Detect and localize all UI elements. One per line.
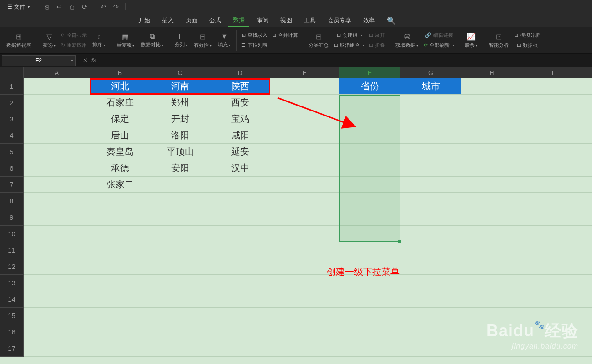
cell-F17[interactable] [339, 340, 400, 357]
ribbon-dropdown-button[interactable]: ☰下拉列表 [239, 40, 269, 51]
row-header-5[interactable]: 5 [0, 144, 24, 160]
cell-C5[interactable]: 平顶山 [150, 144, 210, 160]
cell-I9[interactable] [522, 209, 583, 226]
cell-B12[interactable] [90, 258, 150, 275]
cell-C12[interactable] [150, 258, 210, 275]
row-header-7[interactable]: 7 [0, 177, 24, 193]
cell-H8[interactable] [461, 193, 522, 209]
cell-B17[interactable] [90, 340, 150, 357]
cell-G9[interactable] [400, 209, 461, 226]
cell-C11[interactable] [150, 242, 210, 258]
ribbon-whatif-button[interactable]: ⊞模拟分析 [512, 30, 542, 40]
cell-D1[interactable]: 陕西 [210, 78, 270, 95]
cell-A7[interactable] [24, 177, 90, 193]
cell-A9[interactable] [24, 209, 90, 226]
cell-B14[interactable] [90, 291, 150, 308]
cell-I17[interactable] [522, 340, 583, 357]
cell-F15[interactable] [339, 308, 400, 324]
cell-J11[interactable] [583, 242, 592, 258]
qat-redo-icon[interactable]: ↷ [111, 1, 121, 12]
col-header-G[interactable]: G [400, 67, 461, 78]
ribbon-check-button[interactable]: ⊡数据校 [512, 40, 542, 51]
cell-B13[interactable] [90, 275, 150, 291]
cell-I2[interactable] [522, 95, 583, 111]
cell-F9[interactable] [339, 209, 400, 226]
ribbon-group-button[interactable]: ⊞创建组▾ [332, 30, 366, 40]
cell-I15[interactable] [522, 308, 583, 324]
cell-G5[interactable] [400, 144, 461, 160]
cell-G4[interactable] [400, 127, 461, 144]
qat-save-icon[interactable]: ⎘ [41, 1, 52, 12]
cell-H2[interactable] [461, 95, 522, 111]
ribbon-editlink-button[interactable]: 🔗编辑链接 [422, 30, 456, 40]
cell-G16[interactable] [400, 324, 461, 340]
row-header-6[interactable]: 6 [0, 160, 24, 177]
cell-I7[interactable] [522, 177, 583, 193]
cell-E14[interactable] [270, 291, 339, 308]
col-header-D[interactable]: D [210, 67, 270, 78]
cell-H9[interactable] [461, 209, 522, 226]
cell-J4[interactable] [583, 127, 592, 144]
cell-C14[interactable] [150, 291, 210, 308]
ribbon-sort-button[interactable]: ↕排序▾ [90, 30, 108, 51]
cell-J3[interactable] [583, 111, 592, 127]
cell-A8[interactable] [24, 193, 90, 209]
cell-F8[interactable] [339, 193, 400, 209]
cell-H3[interactable] [461, 111, 522, 127]
cell-C17[interactable] [150, 340, 210, 357]
cell-E6[interactable] [270, 160, 339, 177]
cell-D7[interactable] [210, 177, 270, 193]
cell-D3[interactable]: 宝鸡 [210, 111, 270, 127]
cell-I8[interactable] [522, 193, 583, 209]
col-header-J[interactable] [583, 67, 592, 78]
row-header-12[interactable]: 12 [0, 258, 24, 275]
cell-I4[interactable] [522, 127, 583, 144]
cell-A1[interactable] [24, 78, 90, 95]
cell-D9[interactable] [210, 209, 270, 226]
ribbon-compare-button[interactable]: ⧉数据对比▾ [138, 30, 166, 51]
row-header-16[interactable]: 16 [0, 324, 24, 340]
menu-member[interactable]: 会员专享 [323, 15, 356, 26]
cell-F10[interactable] [339, 226, 400, 242]
cell-I5[interactable] [522, 144, 583, 160]
cell-D10[interactable] [210, 226, 270, 242]
select-all-corner[interactable] [0, 67, 24, 78]
cell-D13[interactable] [210, 275, 270, 291]
cell-F11[interactable] [339, 242, 400, 258]
ribbon-reapply-button[interactable]: ↻重新应用 [59, 40, 89, 51]
cell-F3[interactable] [339, 111, 400, 127]
cell-C9[interactable] [150, 209, 210, 226]
cell-G11[interactable] [400, 242, 461, 258]
row-header-4[interactable]: 4 [0, 127, 24, 144]
menu-start[interactable]: 开始 [134, 15, 155, 26]
cell-J1[interactable] [583, 78, 592, 95]
cell-F7[interactable] [339, 177, 400, 193]
cell-G3[interactable] [400, 111, 461, 127]
col-header-E[interactable]: E [270, 67, 339, 78]
cell-B11[interactable] [90, 242, 150, 258]
cell-J17[interactable] [583, 340, 592, 357]
ribbon-filter-button[interactable]: ▽筛选▾ [40, 30, 58, 51]
cell-B1[interactable]: 河北 [90, 78, 150, 95]
cell-A11[interactable] [24, 242, 90, 258]
cell-H14[interactable] [461, 291, 522, 308]
search-icon[interactable]: 🔍 [387, 16, 396, 25]
cell-E5[interactable] [270, 144, 339, 160]
cell-J14[interactable] [583, 291, 592, 308]
cell-A14[interactable] [24, 291, 90, 308]
menu-review[interactable]: 审阅 [252, 15, 273, 26]
ribbon-lookup-button[interactable]: ⊡查找录入 [239, 30, 269, 40]
col-header-I[interactable]: I [522, 67, 583, 78]
ribbon-analysis-button[interactable]: ⊡智能分析 [486, 30, 511, 51]
cell-F4[interactable] [339, 127, 400, 144]
menu-insert[interactable]: 插入 [157, 15, 178, 26]
cell-J13[interactable] [583, 275, 592, 291]
cell-C15[interactable] [150, 308, 210, 324]
cell-G13[interactable] [400, 275, 461, 291]
cell-C3[interactable]: 开封 [150, 111, 210, 127]
cell-G2[interactable] [400, 95, 461, 111]
cell-J10[interactable] [583, 226, 592, 242]
cell-D5[interactable]: 延安 [210, 144, 270, 160]
cell-A10[interactable] [24, 226, 90, 242]
ribbon-collapse-button[interactable]: ⊟折叠 [367, 40, 387, 51]
